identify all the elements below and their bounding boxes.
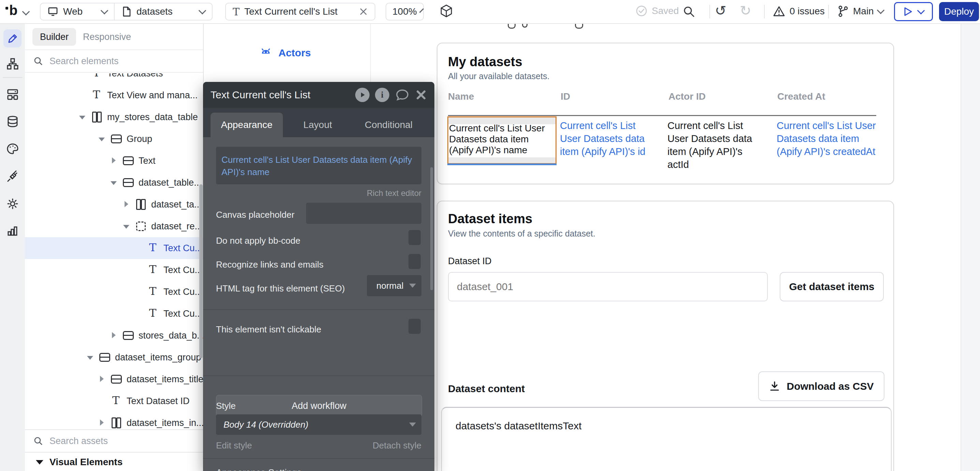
- redo-icon[interactable]: ↻: [740, 3, 751, 18]
- nav-item-actors[interactable]: Actors: [260, 47, 311, 59]
- tree-item[interactable]: dataset_items_in...: [25, 412, 203, 430]
- html-tag-select[interactable]: normal: [367, 275, 422, 296]
- tree-item[interactable]: Text Datasets: [25, 73, 203, 84]
- workflow-tab[interactable]: [3, 85, 22, 103]
- preview-element-button[interactable]: [355, 88, 369, 102]
- open-element-tab[interactable]: T Text Current cell's List: [225, 3, 375, 21]
- element-type-icon: [147, 307, 159, 320]
- rich-text-editor-link[interactable]: Rich text editor: [367, 188, 422, 198]
- tree-item-label: Text Cu...: [164, 309, 202, 319]
- caret-icon[interactable]: [109, 178, 118, 187]
- tab-builder[interactable]: Builder: [32, 28, 76, 46]
- text-expression-editor[interactable]: Current cell's List User Datasets data i…: [216, 147, 422, 184]
- caret-icon[interactable]: [122, 222, 131, 231]
- issues-button[interactable]: 0 issues: [773, 5, 825, 18]
- tree-item[interactable]: Text: [25, 150, 203, 172]
- download-csv-button[interactable]: Download as CSV: [758, 371, 885, 401]
- column-header-id: ID: [561, 91, 570, 102]
- search-elements-input[interactable]: [49, 56, 180, 67]
- bubble-logo[interactable]: b: [5, 3, 18, 18]
- branch-select[interactable]: Main: [837, 5, 883, 18]
- canvas-placeholder-input[interactable]: [306, 203, 422, 224]
- tree-item[interactable]: dataset_items_group: [25, 347, 203, 368]
- deploy-label: Deploy: [944, 6, 974, 17]
- tree-item[interactable]: Group: [25, 128, 203, 150]
- tab-layout[interactable]: Layout: [283, 113, 352, 137]
- tab-appearance[interactable]: Appearance: [210, 113, 283, 137]
- logs-tab[interactable]: [3, 222, 22, 240]
- pages-tab[interactable]: [3, 55, 22, 73]
- caret-icon[interactable]: [97, 375, 106, 383]
- data-tab[interactable]: [3, 113, 22, 131]
- right-gutter: [961, 23, 980, 471]
- tree-item[interactable]: Text Cu...: [25, 303, 203, 325]
- table-header-rule: [448, 115, 876, 116]
- close-icon[interactable]: [359, 7, 368, 16]
- tree-item[interactable]: dataset_ta...: [25, 194, 203, 215]
- comment-icon[interactable]: [395, 88, 410, 102]
- page-select[interactable]: datasets: [115, 6, 212, 17]
- property-editor-title: Text Current cell's List: [210, 89, 355, 101]
- search-assets-input[interactable]: [49, 436, 180, 447]
- branch-icon: [837, 5, 849, 18]
- cell-created-at[interactable]: Current cell's List User Datasets data i…: [776, 119, 888, 158]
- close-icon[interactable]: [415, 89, 427, 101]
- add-workflow-button[interactable]: Add workflow: [216, 395, 422, 417]
- property-editor[interactable]: Text Current cell's List i Appearance La…: [203, 82, 434, 471]
- inspector-scrollbar[interactable]: [430, 167, 433, 290]
- not-clickable-checkbox[interactable]: [409, 319, 421, 334]
- tree-item[interactable]: Text Cu...: [25, 259, 203, 281]
- caret-icon[interactable]: [109, 331, 118, 340]
- caret-icon[interactable]: [109, 156, 118, 165]
- database-icon: [6, 115, 19, 129]
- element-type-icon: [147, 286, 159, 298]
- property-editor-header[interactable]: Text Current cell's List i: [203, 82, 434, 108]
- visual-elements-section[interactable]: Visual Elements: [25, 453, 203, 471]
- caret-icon[interactable]: [86, 353, 94, 362]
- dataset-id-input[interactable]: [448, 272, 768, 301]
- tree-item[interactable]: Text View and mana...: [25, 84, 203, 106]
- get-dataset-items-button[interactable]: Get dataset items: [780, 272, 884, 301]
- bb-code-checkbox[interactable]: [409, 230, 421, 245]
- settings-tab[interactable]: [3, 194, 22, 213]
- styles-tab[interactable]: [3, 140, 22, 158]
- deploy-button[interactable]: Deploy: [939, 2, 979, 21]
- design-tab[interactable]: [3, 29, 22, 48]
- style-select[interactable]: Body 14 (Overridden): [216, 414, 422, 435]
- tree-item[interactable]: my_stores_data_table: [25, 106, 203, 128]
- tree-item[interactable]: stores_data_b...: [25, 325, 203, 347]
- component-cube-icon[interactable]: [439, 4, 453, 19]
- platform-select[interactable]: Web: [41, 6, 114, 17]
- tree-item[interactable]: dataset_items_title: [25, 368, 203, 390]
- undo-icon[interactable]: ↺: [715, 3, 727, 18]
- caret-icon[interactable]: [97, 418, 106, 427]
- chevron-down-icon: [917, 7, 925, 15]
- detach-style-link[interactable]: Detach style: [372, 440, 422, 451]
- selected-text-element[interactable]: Current cell's List User Datasets data i…: [447, 116, 557, 164]
- section-divider: [203, 458, 434, 459]
- tree-item[interactable]: Text Cu...: [25, 281, 203, 303]
- column-header-actor-id: Actor ID: [668, 91, 706, 102]
- tree-item-selected[interactable]: Text Cu...: [25, 237, 203, 259]
- top-toolbar: b Web datasets T Text Current cell's Lis…: [0, 0, 980, 24]
- logo-chevron-icon[interactable]: [22, 8, 30, 16]
- caret-icon[interactable]: [78, 113, 87, 121]
- zoom-select[interactable]: 100%: [386, 3, 424, 21]
- tree-item[interactable]: Text Dataset ID: [25, 390, 203, 412]
- edit-style-link[interactable]: Edit style: [216, 440, 252, 451]
- element-info-button[interactable]: i: [375, 88, 389, 102]
- caret-icon[interactable]: [97, 134, 106, 143]
- preview-button[interactable]: [894, 2, 933, 21]
- tree-scrollbar[interactable]: [199, 184, 203, 358]
- tab-responsive[interactable]: Responsive: [75, 28, 138, 46]
- plugins-tab[interactable]: [3, 167, 22, 185]
- links-emails-checkbox[interactable]: [409, 254, 421, 269]
- tree-item[interactable]: dataset_table...: [25, 172, 203, 194]
- target-page-group: Web datasets: [40, 3, 213, 21]
- tab-conditional[interactable]: Conditional: [355, 113, 423, 137]
- cell-id[interactable]: Current cell's List User Datasets data i…: [560, 119, 662, 158]
- caret-icon[interactable]: [122, 200, 131, 209]
- search-icon[interactable]: [682, 5, 695, 18]
- tree-item[interactable]: dataset_re...: [25, 215, 203, 237]
- cell-actor-id: Current cell's List User Datasets data i…: [667, 119, 768, 171]
